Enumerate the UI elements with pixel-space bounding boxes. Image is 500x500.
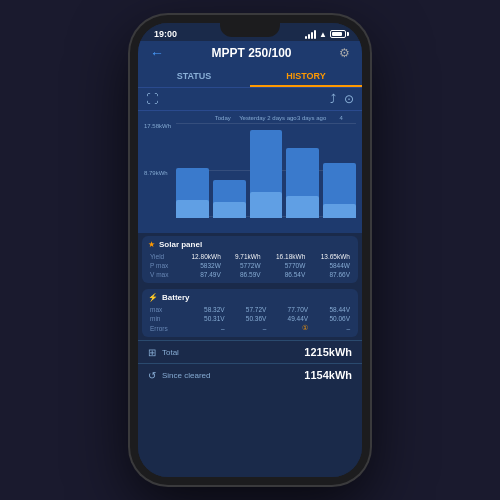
solar-vmax-col1: 86.59V (223, 270, 263, 279)
bar-3days (286, 123, 319, 218)
solar-vmax-col2: 86.54V (263, 270, 308, 279)
battery-card-header: ⚡ Battery (148, 293, 352, 302)
app-header: ← MPPT 250/100 ⚙ (138, 41, 362, 65)
solar-pmax-col1: 5772W (223, 261, 263, 270)
bar-yesterday-light (213, 202, 246, 218)
data-section: ★ Solar panel Yield 12.80kWh 9.71kWh 16.… (138, 233, 362, 477)
solar-pmax-label: P max (148, 261, 178, 270)
solar-yield-col0: 12.80kWh (178, 252, 223, 261)
tab-status[interactable]: STATUS (138, 65, 250, 87)
solar-card-title: Solar panel (159, 240, 202, 249)
battery-min-label: min (148, 314, 185, 323)
x-label-2days: 2 days ago (267, 115, 297, 121)
battery-min-col3: 50.06V (310, 314, 352, 323)
battery-min-col0: 50.31V (185, 314, 227, 323)
total-value: 1215kWh (304, 346, 352, 358)
battery-min-col2: 49.44V (268, 314, 310, 323)
battery-errors-col3: – (310, 323, 352, 333)
toolbar: ⛶ ⤴ ⊙ (138, 88, 362, 111)
chart-x-labels: Today Yesterday 2 days ago 3 days ago 4 (144, 115, 356, 121)
chart-bars (144, 123, 356, 218)
battery-max-col3: 58.44V (310, 305, 352, 314)
back-button[interactable]: ← (150, 45, 164, 61)
x-label-today: Today (208, 115, 238, 121)
gear-icon[interactable]: ⚙ (339, 46, 350, 60)
battery-card-title: Battery (162, 293, 190, 302)
solar-pmax-col3: 5844W (307, 261, 352, 270)
bar-2days (250, 123, 283, 218)
tab-history[interactable]: HISTORY (250, 65, 362, 87)
battery-max-row: max 58.32V 57.72V 77.70V 58.44V (148, 305, 352, 314)
x-label-yesterday: Yesterday (238, 115, 268, 121)
cleared-icon: ↺ (148, 370, 156, 381)
solar-pmax-col2: 5770W (263, 261, 308, 270)
solar-yield-col3: 13.65kWh (307, 252, 352, 261)
tab-bar: STATUS HISTORY (138, 65, 362, 88)
total-icon: ⊞ (148, 347, 156, 358)
bar-4days-light (323, 204, 356, 218)
history-icon[interactable]: ⊙ (344, 92, 354, 106)
solar-card-header: ★ Solar panel (148, 240, 352, 249)
cleared-label: Since cleared (162, 371, 298, 380)
solar-vmax-label: V max (148, 270, 178, 279)
battery-icon (330, 30, 346, 38)
phone-screen: 19:00 ▲ ← MPPT 250/100 ⚙ STATUS (138, 23, 362, 477)
solar-pmax-col0: 5832W (178, 261, 223, 270)
bar-today (176, 123, 209, 218)
bar-4days (323, 123, 356, 218)
solar-yield-label: Yield (148, 252, 178, 261)
footer: ⊞ Total 1215kWh ↺ Since cleared 1154kWh (138, 340, 362, 386)
wifi-icon: ▲ (319, 30, 327, 39)
status-icons: ▲ (305, 30, 346, 39)
bar-today-light (176, 200, 209, 218)
solar-card: ★ Solar panel Yield 12.80kWh 9.71kWh 16.… (142, 236, 358, 283)
solar-yield-col1: 9.71kWh (223, 252, 263, 261)
battery-max-col1: 57.72V (227, 305, 269, 314)
solar-pmax-row: P max 5832W 5772W 5770W 5844W (148, 261, 352, 270)
battery-errors-col1: – (227, 323, 269, 333)
battery-max-col0: 58.32V (185, 305, 227, 314)
battery-max-col2: 77.70V (268, 305, 310, 314)
cleared-value: 1154kWh (304, 369, 352, 381)
bar-3days-light (286, 196, 319, 218)
solar-yield-col2: 16.18kWh (263, 252, 308, 261)
battery-min-col1: 50.36V (227, 314, 269, 323)
battery-table: max 58.32V 57.72V 77.70V 58.44V min 50.3… (148, 305, 352, 333)
page-title: MPPT 250/100 (211, 46, 291, 60)
solar-vmax-row: V max 87.49V 86.59V 86.54V 87.66V (148, 270, 352, 279)
expand-icon[interactable]: ⛶ (146, 92, 158, 106)
battery-card: ⚡ Battery max 58.32V 57.72V 77.70V 58.44… (142, 289, 358, 337)
battery-errors-col0: – (185, 323, 227, 333)
footer-total: ⊞ Total 1215kWh (138, 341, 362, 363)
share-icon[interactable]: ⤴ (330, 92, 336, 106)
x-label-3days: 3 days ago (297, 115, 327, 121)
bar-yesterday (213, 123, 246, 218)
chart-area: Today Yesterday 2 days ago 3 days ago 4 … (138, 111, 362, 233)
battery-errors-label: Errors (148, 323, 185, 333)
signal-icon (305, 30, 316, 39)
bar-2days-light (250, 192, 283, 218)
solar-yield-row: Yield 12.80kWh 9.71kWh 16.18kWh 13.65kWh (148, 252, 352, 261)
footer-cleared: ↺ Since cleared 1154kWh (138, 363, 362, 386)
battery-min-row: min 50.31V 50.36V 49.44V 50.06V (148, 314, 352, 323)
battery-errors-col2: ① (268, 323, 310, 333)
solar-vmax-col3: 87.66V (307, 270, 352, 279)
solar-table: Yield 12.80kWh 9.71kWh 16.18kWh 13.65kWh… (148, 252, 352, 279)
battery-errors-row: Errors – – ① – (148, 323, 352, 333)
solar-vmax-col0: 87.49V (178, 270, 223, 279)
chart-wrapper: 17.58kWh 8.79kWh (144, 123, 356, 233)
status-time: 19:00 (154, 29, 177, 39)
notch (220, 23, 280, 37)
battery-card-icon: ⚡ (148, 293, 158, 302)
phone-frame: 19:00 ▲ ← MPPT 250/100 ⚙ STATUS (130, 15, 370, 485)
battery-max-label: max (148, 305, 185, 314)
total-label: Total (162, 348, 298, 357)
x-label-4days: 4 (326, 115, 356, 121)
solar-icon: ★ (148, 240, 155, 249)
